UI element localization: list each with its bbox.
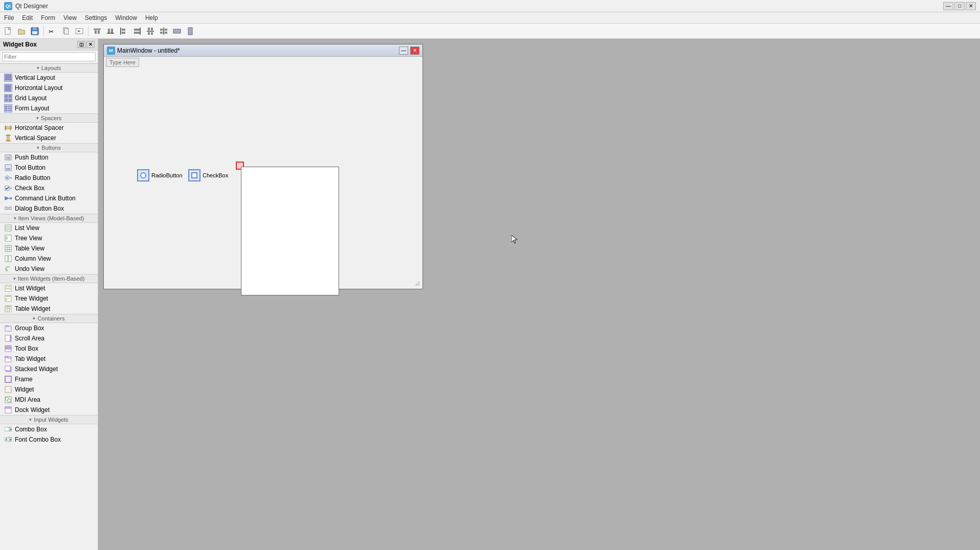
toolbar-copy-button[interactable]	[60, 25, 72, 37]
menu-settings[interactable]: Settings	[81, 13, 111, 22]
canvas-area[interactable]: M MainWindow - untitled* — ✕ Type Here R…	[98, 39, 980, 550]
svg-rect-117	[5, 407, 11, 408]
menu-view[interactable]: View	[59, 13, 81, 22]
toolbar-preview-button[interactable]	[73, 25, 85, 37]
item-horizontal-spacer[interactable]: Horizontal Spacer	[0, 123, 98, 133]
section-item-widgets[interactable]: ▾ Item Widgets (Item-Based)	[0, 274, 98, 283]
svg-rect-39	[9, 85, 11, 91]
item-mdi-area[interactable]: MDI Area	[0, 395, 98, 405]
widget-list: ▾ Layouts Vertical Layout Horizontal Lay…	[0, 63, 98, 550]
svg-rect-11	[95, 30, 97, 34]
item-tab-widget[interactable]: Tab Widget	[0, 354, 98, 364]
item-list-view[interactable]: List View	[0, 223, 98, 233]
item-table-view[interactable]: Table View	[0, 243, 98, 254]
main-window-titlebar: M MainWindow - untitled* — ✕	[104, 44, 422, 57]
item-frame[interactable]: Frame	[0, 374, 98, 384]
toolbar-align3-button[interactable]	[118, 25, 130, 37]
menu-edit[interactable]: Edit	[18, 13, 37, 22]
app-maximize-button[interactable]: □	[954, 2, 965, 10]
item-horizontal-layout[interactable]: Horizontal Layout	[0, 83, 98, 93]
item-radio-button[interactable]: Radio Button	[0, 173, 98, 183]
item-dialog-button-box[interactable]: Dialog Button Box	[0, 203, 98, 214]
item-command-link-button[interactable]: Command Link Button	[0, 193, 98, 203]
svg-rect-46	[5, 108, 7, 109]
item-undo-view[interactable]: Undo View	[0, 264, 98, 274]
toolbar-save-button[interactable]	[29, 25, 41, 37]
svg-text:▼: ▼	[10, 438, 12, 441]
item-form-layout[interactable]: Form Layout	[0, 103, 98, 113]
toolbar-dist2-button[interactable]	[158, 25, 170, 37]
widget-box-float-button[interactable]: ◫	[77, 41, 85, 48]
item-table-widget[interactable]: Table Widget	[0, 304, 98, 314]
item-grid-layout[interactable]: Grid Layout	[0, 93, 98, 103]
item-font-combo-box[interactable]: A▼ Font Combo Box	[0, 434, 98, 445]
main-window-minimize-button[interactable]: —	[399, 47, 408, 55]
widget-box-close-button[interactable]: ✕	[86, 41, 95, 48]
svg-rect-106	[5, 356, 8, 358]
item-group-box[interactable]: Group Box	[0, 323, 98, 333]
item-vertical-layout[interactable]: Vertical Layout	[0, 73, 98, 83]
svg-rect-66	[10, 197, 12, 199]
item-combo-box[interactable]: ▼ Combo Box	[0, 424, 98, 434]
toolbar-new-button[interactable]	[2, 25, 14, 37]
item-vertical-spacer[interactable]: Vertical Spacer	[0, 133, 98, 143]
filter-input[interactable]	[2, 52, 96, 61]
item-list-widget[interactable]: List Widget	[0, 283, 98, 293]
section-buttons[interactable]: ▾ Buttons	[0, 143, 98, 152]
item-tool-box[interactable]: Tool Box	[0, 343, 98, 354]
radio-button-widget[interactable]: RadioButton	[137, 169, 183, 181]
svg-rect-98	[6, 326, 8, 327]
main-window-widget[interactable]: M MainWindow - untitled* — ✕ Type Here R…	[103, 44, 423, 289]
toolbar-align1-button[interactable]	[91, 25, 103, 37]
app-close-button[interactable]: ✕	[966, 2, 976, 10]
type-here-button[interactable]: Type Here	[106, 58, 139, 67]
checkbox-widget[interactable]: CheckBox	[188, 169, 228, 181]
svg-rect-112	[5, 386, 11, 393]
main-window-close-button[interactable]: ✕	[410, 47, 419, 55]
selected-widget[interactable]	[241, 167, 339, 295]
section-layouts[interactable]: ▾ Layouts	[0, 63, 98, 73]
menu-file[interactable]: File	[0, 13, 18, 22]
scroll-area-icon	[4, 334, 12, 342]
toolbar-align4-button[interactable]	[131, 25, 143, 37]
section-input-widgets[interactable]: ▾ Input Widgets	[0, 415, 98, 424]
toolbar-align2-button[interactable]	[104, 25, 117, 37]
item-dock-widget[interactable]: Dock Widget	[0, 405, 98, 415]
resize-handle[interactable]: ◿	[415, 280, 419, 286]
column-view-icon	[4, 255, 12, 263]
svg-point-61	[6, 177, 8, 179]
svg-marker-65	[5, 196, 10, 200]
item-stacked-widget[interactable]: Stacked Widget	[0, 364, 98, 374]
undo-view-icon	[4, 265, 12, 273]
filter-bar	[0, 51, 98, 63]
svg-rect-104	[5, 348, 11, 349]
app-title: Qt Designer	[15, 3, 943, 10]
item-push-button[interactable]: OK Push Button	[0, 152, 98, 163]
item-tree-view[interactable]: Tree View	[0, 233, 98, 243]
item-scroll-area[interactable]: Scroll Area	[0, 333, 98, 343]
item-tool-button[interactable]: Tool Button	[0, 163, 98, 173]
item-widget[interactable]: Widget	[0, 384, 98, 395]
section-spacers[interactable]: ▾ Spacers	[0, 113, 98, 123]
item-column-view[interactable]: Column View	[0, 254, 98, 264]
vertical-layout-icon	[4, 74, 12, 82]
menu-help[interactable]: Help	[141, 13, 162, 22]
menu-window[interactable]: Window	[111, 13, 141, 22]
item-tree-widget[interactable]: Tree Widget	[0, 293, 98, 304]
dock-widget-icon	[4, 406, 12, 414]
toolbar-size1-button[interactable]	[171, 25, 183, 37]
toolbar-cut-button[interactable]: ✂	[47, 25, 59, 37]
section-item-views[interactable]: ▾ Item Views (Model-Based)	[0, 214, 98, 223]
table-widget-icon	[4, 305, 12, 313]
menu-form[interactable]: Form	[37, 13, 59, 22]
section-containers[interactable]: ▾ Containers	[0, 314, 98, 323]
item-check-box[interactable]: Check Box	[0, 183, 98, 193]
svg-rect-23	[148, 28, 150, 30]
toolbar-size2-button[interactable]	[184, 25, 196, 37]
svg-rect-35	[5, 77, 11, 78]
toolbar-open-button[interactable]	[15, 25, 28, 37]
toolbar: ✂	[0, 24, 980, 39]
app-minimize-button[interactable]: —	[943, 2, 953, 10]
toolbar-dist1-button[interactable]	[144, 25, 157, 37]
svg-rect-45	[8, 106, 11, 107]
